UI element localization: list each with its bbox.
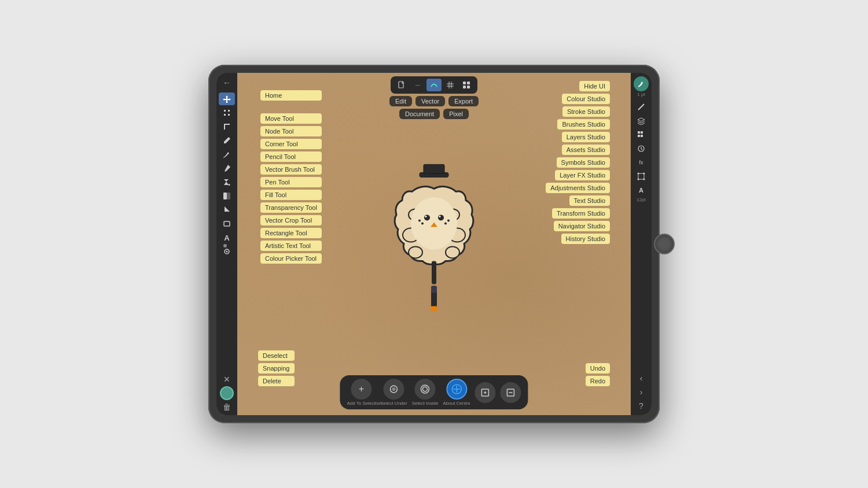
next-button[interactable]: › xyxy=(639,386,644,398)
layers-tool[interactable] xyxy=(633,114,649,127)
tooltip-colour-studio[interactable]: Colour Studio xyxy=(562,94,610,104)
tooltip-artistic-text[interactable]: Artistic Text Tool xyxy=(260,241,322,251)
select-inside-icon xyxy=(415,379,436,400)
pixel-menu[interactable]: Pixel xyxy=(443,109,469,119)
grid-icon[interactable] xyxy=(443,79,458,91)
prev-button[interactable]: ‹ xyxy=(639,372,644,384)
tooltip-delete[interactable]: Delete xyxy=(258,376,295,386)
tooltip-vector-crop[interactable]: Vector Crop Tool xyxy=(260,215,322,225)
sidebar-bottom: ✕ 🗑 xyxy=(220,375,234,412)
tool-vector-brush[interactable] xyxy=(219,148,235,161)
vector-icon[interactable] xyxy=(426,79,442,91)
selection-indicator xyxy=(223,244,227,247)
tooltip-colour-picker[interactable]: Colour Picker Tool xyxy=(260,253,322,264)
transform-tool[interactable] xyxy=(633,170,649,183)
tooltip-symbols-studio[interactable]: Symbols Studio xyxy=(557,157,610,168)
text-size-tool[interactable]: A xyxy=(633,184,649,197)
tooltip-redo[interactable]: Redo xyxy=(586,376,610,386)
document-menu[interactable]: Document xyxy=(399,109,440,119)
svg-line-40 xyxy=(638,104,644,110)
svg-point-48 xyxy=(643,173,645,175)
doc-icon[interactable] xyxy=(394,79,409,91)
select-under-button[interactable]: Select Under xyxy=(380,379,407,406)
vector-menu[interactable]: Vector xyxy=(415,96,445,106)
tooltip-fill[interactable]: Fill Tool xyxy=(260,190,322,200)
tooltip-rectangle[interactable]: Rectangle Tool xyxy=(260,228,322,238)
add-label: Add To Selection xyxy=(347,401,376,406)
select-inside-button[interactable]: Select Inside xyxy=(412,379,439,406)
grid-tool[interactable] xyxy=(633,128,649,141)
tooltip-hide-ui[interactable]: Hide UI xyxy=(579,81,610,91)
tooltip-transparency[interactable]: Transparency Tool xyxy=(260,202,322,213)
tool-transparency[interactable] xyxy=(219,190,235,202)
stroke-tool[interactable] xyxy=(633,101,649,113)
about-centre-label: About Centre xyxy=(443,401,470,406)
tooltip-snapping[interactable]: Snapping xyxy=(258,363,295,374)
fx-tool[interactable]: fx xyxy=(633,156,649,169)
tooltip-deselect[interactable]: Deselect xyxy=(258,350,295,361)
tooltip-pencil[interactable]: Pencil Tool xyxy=(260,151,322,162)
tooltip-transform-studio[interactable]: Transform Studio xyxy=(552,208,610,219)
toolbar-row1: ··· xyxy=(391,76,477,94)
help-button[interactable]: ? xyxy=(638,400,645,412)
close-button[interactable]: ✕ xyxy=(223,375,230,384)
tooltip-history-studio[interactable]: History Studio xyxy=(561,234,610,244)
svg-rect-5 xyxy=(399,82,403,88)
tooltip-corner[interactable]: Corner Tool xyxy=(260,139,322,149)
mode-circle[interactable] xyxy=(220,386,234,400)
export-menu[interactable]: Export xyxy=(448,96,479,106)
about-centre-icon xyxy=(446,379,467,400)
svg-rect-29 xyxy=(431,306,437,310)
home-button[interactable] xyxy=(654,234,675,254)
tool-artistic-text[interactable]: A xyxy=(219,231,235,244)
tablet-frame: ← xyxy=(208,65,660,423)
tooltip-adjustments-studio[interactable]: Adjustments Studio xyxy=(546,183,610,193)
bottom-toolbar: + Add To Selection Select Under Select I… xyxy=(340,375,528,409)
text-size: 12pt xyxy=(637,198,646,202)
edit-menu[interactable]: Edit xyxy=(389,96,412,106)
tooltip-stroke-studio[interactable]: Stroke Studio xyxy=(562,106,610,117)
delete-icon[interactable]: 🗑 xyxy=(223,402,231,412)
expand-button[interactable] xyxy=(475,382,496,403)
tooltip-move[interactable]: Move Tool xyxy=(260,113,322,124)
tooltip-node[interactable]: Node Tool xyxy=(260,126,322,136)
contract-button[interactable] xyxy=(501,382,521,403)
svg-rect-27 xyxy=(432,261,436,284)
right-sidebar-bottom: ‹ › ? xyxy=(638,372,645,412)
tooltip-undo[interactable]: Undo xyxy=(586,363,610,374)
rotate-tool[interactable] xyxy=(633,142,649,155)
tool-fill[interactable] xyxy=(219,176,235,188)
svg-point-21 xyxy=(425,216,427,217)
tooltip-assets-studio[interactable]: Assets Studio xyxy=(562,145,610,155)
more-icon[interactable]: ··· xyxy=(410,79,425,91)
tool-rectangle[interactable] xyxy=(219,217,235,230)
svg-point-23 xyxy=(421,222,424,224)
tool-move[interactable] xyxy=(219,93,235,105)
export-grid-icon[interactable] xyxy=(459,79,474,91)
back-button[interactable]: ← xyxy=(219,76,235,89)
tool-node[interactable] xyxy=(219,106,235,119)
tool-pencil[interactable] xyxy=(219,134,235,147)
tooltip-navigator-studio[interactable]: Navigator Studio xyxy=(554,221,610,231)
tool-corner[interactable] xyxy=(219,120,235,133)
brush-tool[interactable] xyxy=(634,76,649,91)
contract-icon xyxy=(501,382,521,403)
bottom-right-tooltips: Undo Redo xyxy=(586,363,610,386)
add-to-selection-button[interactable]: + Add To Selection xyxy=(347,379,376,406)
tooltip-vector-brush[interactable]: Vector Brush Tool xyxy=(260,164,322,175)
tooltip-layers-studio[interactable]: Layers Studio xyxy=(562,132,610,142)
tooltip-brushes-studio[interactable]: Brushes Studio xyxy=(557,119,610,130)
tool-pen[interactable] xyxy=(219,162,235,175)
svg-rect-30 xyxy=(431,286,437,293)
svg-rect-2 xyxy=(224,221,230,226)
about-centre-button[interactable]: About Centre xyxy=(443,379,470,406)
tool-colour-picker[interactable] xyxy=(219,245,235,258)
select-under-icon xyxy=(384,379,404,400)
tooltip-layer-fx-studio[interactable]: Layer FX Studio xyxy=(555,170,610,180)
svg-rect-1 xyxy=(227,193,230,199)
tooltip-home[interactable]: Home xyxy=(260,90,322,101)
tooltip-pen[interactable]: Pen Tool xyxy=(260,177,322,187)
tool-vector-crop[interactable] xyxy=(219,204,235,216)
tooltip-text-studio[interactable]: Text Studio xyxy=(569,195,610,206)
toolbar-row3: Document Pixel xyxy=(399,109,469,119)
